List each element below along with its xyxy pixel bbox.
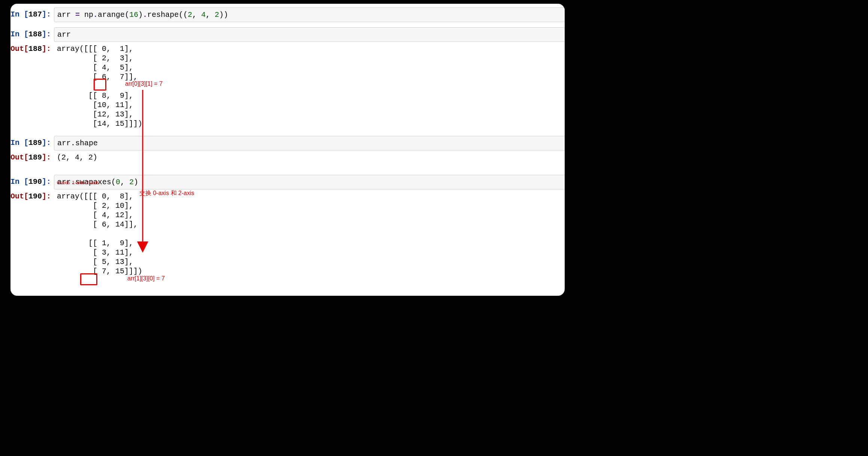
- notebook-card: In [187]: arr = np.arange(16).reshape((2…: [10, 4, 565, 296]
- cell-189-output: Out[189]: (2, 4, 2): [10, 151, 565, 164]
- cell-189-input: In [189]: arr.shape: [10, 136, 565, 151]
- output-text-190: array([[[ 0, 8], [ 2, 10], [ 4, 12], [ 6…: [54, 189, 565, 278]
- annotation-bottom-index: arr[1][3][0] = 7: [127, 275, 165, 282]
- prompt-in-190: In [190]:: [10, 175, 54, 189]
- prompt-in-187: In [187]:: [10, 7, 54, 21]
- code-input-187[interactable]: arr = np.arange(16).reshape((2, 4, 2)): [54, 7, 565, 22]
- annotation-swap-note: 交换 0-axis 和 2-axis: [139, 189, 194, 197]
- cell-188-output: Out[188]: array([[[ 0, 1], [ 2, 3], [ 4,…: [10, 42, 565, 131]
- code-input-189[interactable]: arr.shape: [54, 136, 565, 151]
- prompt-out-188: Out[188]:: [10, 42, 54, 56]
- annotation-axis1: 1-axis: [72, 180, 85, 186]
- cell-188-input: In [188]: arr: [10, 27, 565, 42]
- cell-190-output: Out[190]: array([[[ 0, 8], [ 2, 10], [ 4…: [10, 189, 565, 278]
- annotation-axis0: 0-axis: [57, 180, 70, 186]
- prompt-out-190: Out[190]:: [10, 189, 54, 203]
- code-input-190[interactable]: arr.swapaxes(0, 2): [54, 175, 565, 189]
- prompt-out-189: Out[189]:: [10, 151, 54, 164]
- annotation-axis2: 2-axis: [86, 180, 99, 186]
- prompt-in-188: In [188]:: [10, 27, 54, 41]
- cell-187-input: In [187]: arr = np.arange(16).reshape((2…: [10, 7, 565, 22]
- code-input-188[interactable]: arr: [54, 27, 565, 42]
- prompt-in-189: In [189]:: [10, 136, 54, 150]
- output-text-189: (2, 4, 2): [54, 151, 565, 164]
- annotation-top-index: arr[0][3][1] = 7: [125, 80, 163, 88]
